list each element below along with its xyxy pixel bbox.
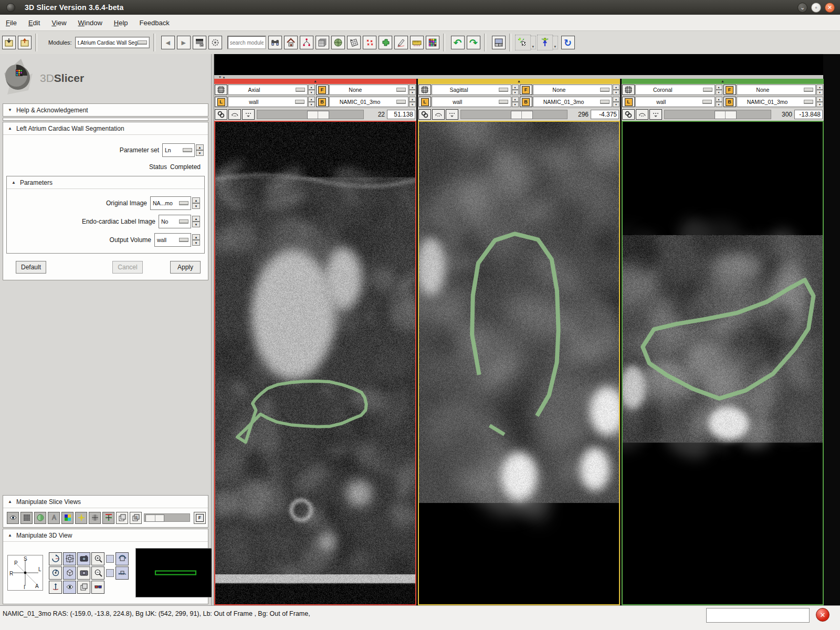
- axial-foreground-combobox[interactable]: None: [329, 85, 409, 95]
- mouse-pick-icon[interactable]: [515, 35, 531, 50]
- search-modules-input[interactable]: [227, 36, 266, 49]
- bg-layer-icon[interactable]: B: [130, 512, 142, 524]
- pitch-view-icon[interactable]: [49, 581, 62, 594]
- slice-plane-icon[interactable]: [418, 85, 431, 95]
- center-view-icon[interactable]: [63, 552, 76, 565]
- foreground-layer-icon[interactable]: F: [316, 85, 329, 95]
- snapshot-icon[interactable]: [77, 566, 90, 580]
- link-slices-icon[interactable]: [215, 109, 227, 120]
- slice-visibility-icon[interactable]: [7, 512, 19, 524]
- sagittal-foreground-spinner[interactable]: ▲▼: [613, 85, 620, 95]
- annotation-icon[interactable]: A: [48, 512, 60, 524]
- axial-orientation-combobox[interactable]: Axial: [228, 85, 308, 95]
- data-icon[interactable]: [300, 36, 313, 49]
- background-layer-icon[interactable]: B: [316, 97, 329, 107]
- axial-label-spinner[interactable]: ▲▼: [308, 97, 315, 107]
- sagittal-offset-box[interactable]: -4.375: [591, 110, 619, 119]
- output-volume-combobox[interactable]: wall: [154, 233, 191, 247]
- measurements-icon[interactable]: [410, 36, 424, 49]
- redo-icon[interactable]: ↷: [467, 36, 480, 49]
- zoom-in-icon[interactable]: [91, 552, 104, 565]
- menu-feedback[interactable]: Feedback: [134, 15, 175, 30]
- sagittal-label-combobox[interactable]: wall: [432, 97, 511, 107]
- parameters-section-header[interactable]: ▲ Parameters: [7, 176, 204, 189]
- coronal-background-spinner[interactable]: ▲▼: [816, 97, 823, 107]
- coronal-background-combobox[interactable]: NAMIC_01_3mo: [737, 97, 816, 107]
- save-scene-icon[interactable]: [18, 36, 32, 49]
- rock-view-icon[interactable]: [116, 566, 129, 580]
- volumes-icon[interactable]: [316, 36, 329, 49]
- view3d-section-header[interactable]: ▲ Manipulate 3D View: [3, 529, 208, 542]
- menu-view[interactable]: View: [46, 15, 72, 30]
- coronal-colorbar[interactable]: ▲: [622, 79, 824, 84]
- background-layer-icon[interactable]: B: [520, 97, 532, 107]
- slice-plane-icon[interactable]: [215, 85, 227, 95]
- axial-label-combobox[interactable]: wall: [228, 97, 308, 107]
- axial-background-spinner[interactable]: ▲▼: [409, 97, 416, 107]
- original-image-spinner[interactable]: ▲▼: [192, 197, 200, 209]
- look-from-icon[interactable]: [63, 566, 76, 580]
- rotate-view-icon[interactable]: [49, 552, 62, 565]
- layout-icon[interactable]: [492, 36, 506, 49]
- colors-icon[interactable]: [426, 36, 439, 49]
- coronal-label-spinner[interactable]: ▲▼: [716, 97, 722, 107]
- link-slices-icon[interactable]: [622, 109, 635, 120]
- default-button[interactable]: Default: [16, 261, 46, 274]
- menu-edit[interactable]: Edit: [23, 15, 46, 30]
- fiducials-icon[interactable]: [363, 36, 376, 49]
- foreground-layer-icon[interactable]: F: [520, 85, 532, 95]
- navigation-3d-view[interactable]: [135, 548, 214, 597]
- spin-checkbox[interactable]: [106, 555, 114, 563]
- parameter-set-combobox[interactable]: Ln: [162, 143, 195, 157]
- coronal-foreground-combobox[interactable]: None: [737, 85, 816, 95]
- endo-combobox[interactable]: No: [159, 215, 191, 228]
- mouse-pick-dropdown-icon[interactable]: ▾: [531, 36, 536, 49]
- rotate-around-icon[interactable]: [49, 566, 62, 580]
- orientation-axis-widget[interactable]: S P L R A I: [7, 555, 43, 591]
- annotations-icon[interactable]: [394, 36, 408, 49]
- modules-combobox[interactable]: t.Atrium Cardiac Wall Segmentatio: [75, 37, 150, 48]
- original-image-combobox[interactable]: NA...mo: [150, 196, 191, 210]
- coronal-foreground-spinner[interactable]: ▲▼: [816, 85, 823, 95]
- menu-help[interactable]: Help: [108, 15, 134, 30]
- axial-offset-slider[interactable]: [257, 110, 364, 119]
- spatial-units-icon[interactable]: [102, 512, 114, 524]
- slice-visibility-icon[interactable]: [228, 109, 241, 120]
- editor-icon[interactable]: [379, 36, 392, 49]
- label-outline-icon[interactable]: [20, 512, 33, 524]
- load-scene-icon[interactable]: [2, 36, 16, 49]
- axial-offset-box[interactable]: 51.138: [387, 110, 415, 119]
- help-section-header[interactable]: ▼ Help & Acknowledgement: [3, 104, 208, 116]
- screenshot-icon[interactable]: [77, 552, 90, 565]
- error-log-icon[interactable]: ✕: [816, 608, 830, 622]
- crosshair-icon[interactable]: [75, 512, 87, 524]
- sagittal-orientation-combobox[interactable]: Sagittal: [432, 85, 511, 95]
- maximize-button[interactable]: ▫: [811, 3, 821, 13]
- coronal-slice-image[interactable]: [623, 122, 823, 604]
- stereo-glasses-icon[interactable]: [91, 581, 104, 594]
- link-slices-icon[interactable]: [418, 109, 431, 120]
- sagittal-background-spinner[interactable]: ▲▼: [613, 97, 620, 107]
- toggle-fg-bg-icon[interactable]: F: [194, 512, 206, 524]
- label-layer-icon[interactable]: L: [622, 97, 635, 107]
- sagittal-offset-slider[interactable]: [460, 110, 568, 119]
- sagittal-label-spinner[interactable]: ▲▼: [512, 97, 519, 107]
- axial-slice-image[interactable]: [215, 122, 415, 604]
- close-button[interactable]: ✕: [825, 3, 835, 13]
- slice-visibility-icon[interactable]: [636, 109, 648, 120]
- sagittal-slice-image[interactable]: [419, 122, 619, 604]
- slice-plane-icon[interactable]: [622, 85, 635, 95]
- label-layer-icon[interactable]: L: [215, 97, 227, 107]
- fade-slider[interactable]: [144, 513, 190, 522]
- slice-visibility-icon[interactable]: [432, 109, 445, 120]
- fg-layer-icon[interactable]: [116, 512, 128, 524]
- threed-view-collapsed[interactable]: [214, 54, 823, 75]
- axial-foreground-spinner[interactable]: ▲▼: [409, 85, 416, 95]
- mouse-place-dropdown-icon[interactable]: ▾: [553, 36, 558, 49]
- sagittal-orientation-spinner[interactable]: ▲▼: [512, 85, 519, 95]
- endo-spinner[interactable]: ▲▼: [192, 216, 200, 227]
- more-options-icon[interactable]: [446, 109, 458, 120]
- fit-to-window-icon[interactable]: [34, 512, 46, 524]
- transforms-icon[interactable]: [347, 36, 361, 49]
- back-icon[interactable]: ◀: [161, 36, 175, 49]
